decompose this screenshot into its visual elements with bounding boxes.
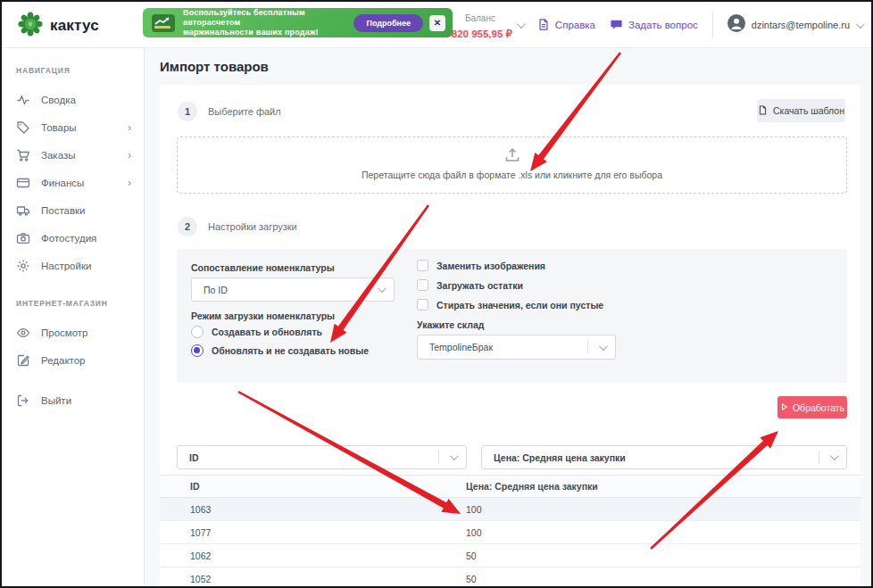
preview-table: ID Цена: Средняя цена закупки 1063 100 1… [160, 475, 861, 586]
sidebar-item[interactable]: Товары › [16, 113, 144, 141]
chevron-down-icon [856, 20, 865, 29]
sidebar-item[interactable]: Финансы › [16, 169, 144, 196]
file-dropzone[interactable]: Перетащите сюда файл в формате .xls или … [177, 137, 847, 194]
header-divider [712, 12, 713, 37]
chevron-right-icon: › [128, 149, 131, 161]
chevron-down-icon [439, 454, 466, 460]
checkbox-option[interactable]: Стирать значения, если они пустые [417, 299, 603, 311]
sidebar-section-shop: ИНТЕРНЕТ-МАГАЗИН [16, 299, 144, 308]
radio-option[interactable]: Создавать и обновлять [191, 326, 322, 338]
card-icon [16, 176, 30, 190]
download-template-button[interactable]: Скачать шаблон [757, 99, 845, 122]
banner-more-button[interactable]: Подробнее [353, 14, 423, 32]
banner-text: Воспользуйтесь бесплатным авторасчетом м… [183, 8, 353, 38]
play-icon [780, 402, 788, 413]
sidebar-item[interactable]: Фотостудия [16, 224, 144, 252]
sidebar-item[interactable]: Поставки [16, 196, 144, 224]
cactus-logo-icon [18, 12, 43, 40]
chevron-down-icon [819, 454, 846, 460]
sidebar-item-logout[interactable]: Выйти [16, 386, 144, 414]
banner-chart-icon [152, 14, 175, 32]
checkbox-option[interactable]: Загружать остатки [417, 279, 523, 291]
matching-select[interactable]: По ID [191, 277, 395, 302]
table-header-id: ID [160, 481, 466, 492]
chevron-down-icon [367, 286, 394, 293]
checkbox-icon [417, 260, 428, 271]
step-2-badge: 2 [178, 217, 197, 236]
radio-option[interactable]: Обновлять и не создавать новые [191, 344, 369, 357]
chevron-right-icon: › [128, 177, 131, 189]
table-row: 1062 50 [160, 544, 861, 567]
promo-banner: Воспользуйтесь бесплатным авторасчетом м… [143, 8, 453, 37]
mapping-select-price[interactable]: Цена: Средняя цена закупки [481, 445, 847, 469]
step-1-badge: 1 [178, 102, 197, 121]
help-link[interactable]: Справка [537, 18, 595, 33]
app-window: кактус Воспользуйтесь бесплатным авторас… [0, 0, 873, 588]
warehouse-select[interactable]: TempolineБрак [417, 335, 616, 360]
truck-icon [16, 203, 30, 218]
checkbox-icon [417, 279, 428, 291]
upload-icon [503, 146, 521, 168]
warehouse-label: Укажите склад [417, 319, 484, 330]
sidebar-item[interactable]: Заказы › [16, 141, 144, 169]
step-2-label: Настройки загрузки [208, 221, 297, 232]
sidebar-item[interactable]: Редактор [16, 346, 144, 374]
page-title: Импорт товаров [160, 59, 269, 74]
checkbox-icon [417, 299, 428, 311]
mode-label: Режим загрузки номенклатуры [191, 311, 335, 321]
document-icon [758, 104, 768, 118]
table-row: 1077 100 [160, 521, 861, 544]
activity-icon [16, 93, 30, 107]
balance-dropdown[interactable]: Баланс -820 955,95 ₽ [448, 9, 523, 41]
eye-icon [16, 326, 30, 340]
chevron-down-icon [517, 20, 526, 29]
matching-label: Сопоставление номенклатуры [191, 262, 335, 273]
logo-text: кактус [50, 17, 99, 35]
chevron-down-icon [588, 344, 615, 351]
settings-panel: Сопоставление номенклатуры По ID Режим з… [177, 249, 847, 383]
chat-icon [610, 18, 623, 33]
process-button[interactable]: Обработать [777, 396, 847, 418]
logout-icon [16, 393, 30, 408]
radio-icon [191, 326, 204, 338]
ask-question-link[interactable]: Задать вопрос [610, 18, 698, 33]
table-row: 1063 100 [160, 498, 861, 521]
sidebar: НАВИГАЦИЯ Сводка Товары › Заказы [2, 48, 145, 586]
top-header: кактус Воспользуйтесь бесплатным авторас… [2, 2, 871, 48]
edit-icon [16, 353, 30, 368]
sidebar-item[interactable]: Просмотр [16, 319, 144, 346]
checkbox-option[interactable]: Заменить изображения [417, 260, 545, 271]
step-1-label: Выберите файл [208, 106, 281, 117]
table-header-price: Цена: Средняя цена закупки [466, 481, 861, 492]
table-row: 1052 50 [160, 567, 861, 586]
avatar [728, 14, 745, 36]
main-content: Импорт товаров 1 Выберите файл Скачать ш… [145, 48, 871, 586]
sidebar-nav-list: Сводка Товары › Заказы › Финанс [16, 86, 144, 279]
tag-icon [16, 120, 30, 135]
logo[interactable]: кактус [18, 12, 99, 40]
banner-close-icon[interactable]: ✕ [429, 15, 445, 31]
gear-icon [16, 259, 30, 273]
mapping-select-id[interactable]: ID [177, 445, 467, 469]
document-icon [537, 18, 550, 33]
sidebar-item[interactable]: Сводка [16, 86, 144, 113]
user-email: dzintars@tempoline.ru [752, 20, 850, 30]
radio-icon [191, 344, 204, 357]
sidebar-shop-list: Просмотр Редактор [16, 319, 144, 374]
user-menu[interactable]: dzintars@tempoline.ru [728, 14, 862, 36]
table-header-row: ID Цена: Средняя цена закупки [160, 475, 861, 498]
balance-value: -820 955,95 ₽ [448, 29, 512, 39]
sidebar-item[interactable]: Настройки [16, 252, 144, 279]
dropzone-text: Перетащите сюда файл в формате .xls или … [178, 170, 846, 180]
balance-label: Баланс [465, 13, 495, 23]
cart-icon [16, 148, 30, 162]
sidebar-section-navigation: НАВИГАЦИЯ [16, 66, 144, 75]
import-card: 1 Выберите файл Скачать шаблон Перетащит… [160, 85, 861, 586]
table-body: 1063 100 1077 100 1062 50 [160, 498, 861, 586]
chevron-right-icon: › [128, 121, 131, 134]
camera-icon [16, 231, 30, 245]
